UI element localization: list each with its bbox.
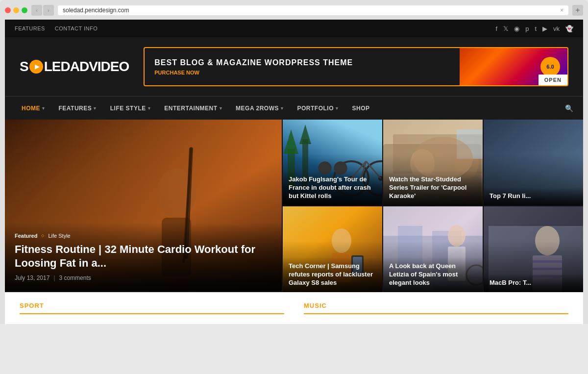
ad-cta[interactable]: PURCHASE NOW <box>154 70 450 75</box>
main-featured-article[interactable]: Featured ◇ Life Style Fitness Routine | … <box>5 120 282 291</box>
grid-article-6[interactable]: MacB Pro: T... <box>484 206 583 292</box>
grid-article-1-overlay: Jakob Fuglsang's Tour de France in doubt… <box>283 171 382 205</box>
main-article-title: Fitness Routine | 32 Minute Cardio Worko… <box>15 243 272 271</box>
features-link[interactable]: FEATURES <box>15 25 45 31</box>
grid-article-5-title: A Look back at Queen Letizia of Spain's … <box>389 262 477 287</box>
grid-article-4-title: Tech Corner | Samsung refutes reports of… <box>289 262 376 287</box>
sport-section: SPORT <box>20 302 284 314</box>
main-navigation: HOME ▾ FEATURES ▾ LIFE STYLE ▾ ENTERTAIN… <box>5 96 583 120</box>
grid-article-6-title: MacB Pro: T... <box>490 279 577 287</box>
nav-item-mega2rows[interactable]: MEGA 2ROWS ▾ <box>229 97 290 120</box>
grid-article-3-title: Top 7 Run li... <box>490 192 577 200</box>
open-button[interactable]: OPEN <box>539 75 567 85</box>
search-icon[interactable]: 🔍 <box>565 104 573 112</box>
forward-button[interactable]: › <box>43 5 54 16</box>
youtube-icon[interactable]: ▶ <box>542 25 547 32</box>
grid-article-3-overlay: Top 7 Run li... <box>484 187 583 205</box>
main-article-date: July 13, 2017 | 3 comments <box>15 274 272 281</box>
grid-article-3[interactable]: Top 7 Run li... <box>484 120 583 205</box>
social-icons: f 𝕏 ◉ p t ▶ vk 👻 <box>496 25 573 32</box>
top-bar-links: FEATURES CONTACT INFO <box>15 25 98 31</box>
chevron-down-icon: ▾ <box>336 106 339 111</box>
twitter-icon[interactable]: 𝕏 <box>503 25 508 32</box>
music-section: MUSIC <box>304 302 568 314</box>
site-logo[interactable]: SLEDADVIDEO <box>20 59 129 75</box>
grid-article-5[interactable]: A Look back at Queen Letizia of Spain's … <box>383 206 483 292</box>
logo-text: SLEDADVIDEO <box>20 59 129 75</box>
lifestyle-tag[interactable]: Life Style <box>48 233 70 239</box>
website-content: FEATURES CONTACT INFO f 𝕏 ◉ p t ▶ vk 👻 S… <box>5 20 583 324</box>
nav-item-lifestyle[interactable]: LIFE STYLE ▾ <box>103 97 158 120</box>
nav-item-features[interactable]: FEATURES ▾ <box>52 97 103 120</box>
articles-grid: Jakob Fuglsang's Tour de France in doubt… <box>283 120 583 292</box>
grid-article-5-overlay: A Look back at Queen Letizia of Spain's … <box>383 257 483 292</box>
grid-article-1[interactable]: Jakob Fuglsang's Tour de France in doubt… <box>283 120 382 205</box>
browser-nav: ‹ › <box>31 5 54 16</box>
nav-items: HOME ▾ FEATURES ▾ LIFE STYLE ▾ ENTERTAIN… <box>15 97 565 120</box>
date-separator: | <box>53 274 55 281</box>
logo-rest: LEDADVIDEO <box>44 59 129 75</box>
tag-separator: ◇ <box>41 233 44 238</box>
facebook-icon[interactable]: f <box>496 25 498 32</box>
grid-article-1-title: Jakob Fuglsang's Tour de France in doubt… <box>289 175 376 200</box>
date-text: July 13, 2017 <box>15 274 49 281</box>
top-bar: FEATURES CONTACT INFO f 𝕏 ◉ p t ▶ vk 👻 <box>5 20 583 37</box>
logo-s: S <box>20 59 28 75</box>
content-grid: Featured ◇ Life Style Fitness Routine | … <box>5 120 583 292</box>
close-window-button[interactable] <box>5 7 11 13</box>
chevron-down-icon: ▾ <box>148 106 151 111</box>
grid-article-4-overlay: Tech Corner | Samsung refutes reports of… <box>283 257 382 292</box>
nav-item-home[interactable]: HOME ▾ <box>15 97 52 120</box>
music-section-header[interactable]: MUSIC <box>304 302 568 314</box>
logo-play-icon <box>29 60 43 74</box>
pinterest-icon[interactable]: p <box>525 25 529 32</box>
vk-icon[interactable]: vk <box>553 25 560 32</box>
nav-item-entertainment[interactable]: ENTERTAINMENT ▾ <box>157 97 229 120</box>
snapchat-icon[interactable]: 👻 <box>565 25 573 32</box>
article-meta: Featured ◇ Life Style <box>15 233 272 239</box>
window-controls <box>5 7 27 13</box>
url-text: soledad.pencidesign.com <box>63 7 129 14</box>
ad-badge: 6.0 <box>540 57 560 76</box>
contact-link[interactable]: CONTACT INFO <box>55 25 98 31</box>
comments-text: 3 comments <box>59 274 91 281</box>
tumblr-icon[interactable]: t <box>535 25 537 32</box>
grid-article-2[interactable]: Watch the Star-Studded Series Trailer fo… <box>383 120 483 205</box>
chevron-down-icon: ▾ <box>220 106 222 111</box>
grid-article-2-title: Watch the Star-Studded Series Trailer fo… <box>389 175 477 200</box>
new-tab-button[interactable]: + <box>572 5 583 16</box>
maximize-window-button[interactable] <box>22 7 27 13</box>
chevron-down-icon: ▾ <box>281 106 284 111</box>
grid-article-2-overlay: Watch the Star-Studded Series Trailer fo… <box>383 171 483 205</box>
back-button[interactable]: ‹ <box>31 5 42 16</box>
browser-toolbar: ‹ › soledad.pencidesign.com × + <box>5 5 583 16</box>
featured-tag[interactable]: Featured <box>15 233 37 239</box>
main-article-overlay: Featured ◇ Life Style Fitness Routine | … <box>5 223 282 291</box>
grid-article-6-overlay: MacB Pro: T... <box>484 274 583 292</box>
chevron-down-icon: ▾ <box>42 106 45 111</box>
minimize-window-button[interactable] <box>13 7 19 13</box>
sport-section-header[interactable]: SPORT <box>20 302 284 314</box>
grid-article-4[interactable]: Tech Corner | Samsung refutes reports of… <box>283 206 382 292</box>
instagram-icon[interactable]: ◉ <box>514 25 519 32</box>
nav-item-portfolio[interactable]: PORTFOLIO ▾ <box>290 97 345 120</box>
browser-window: ‹ › soledad.pencidesign.com × + FEATURES… <box>0 0 588 324</box>
nav-item-shop[interactable]: SHOP <box>345 97 376 120</box>
advertisement-banner[interactable]: BEST BLOG & MAGAZINE WORDPRESS THEME PUR… <box>144 47 568 86</box>
address-bar[interactable]: soledad.pencidesign.com × <box>58 5 568 15</box>
ad-text: BEST BLOG & MAGAZINE WORDPRESS THEME PUR… <box>145 51 460 83</box>
bottom-sections: SPORT MUSIC <box>5 292 583 324</box>
ad-title: BEST BLOG & MAGAZINE WORDPRESS THEME <box>154 58 450 67</box>
chevron-down-icon: ▾ <box>94 106 97 111</box>
site-header: SLEDADVIDEO BEST BLOG & MAGAZINE WORDPRE… <box>5 37 583 96</box>
close-icon[interactable]: × <box>560 7 564 14</box>
